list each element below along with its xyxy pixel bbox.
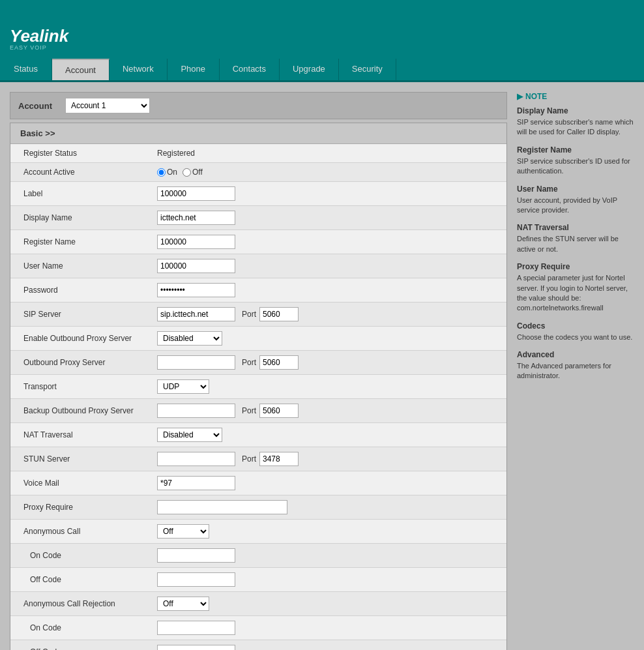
radio-on[interactable] (157, 168, 166, 177)
password-input[interactable] (157, 283, 235, 297)
value-voice-mail (154, 474, 506, 492)
row-reject-on-code: On Code (10, 616, 506, 640)
row-password: Password (10, 278, 506, 303)
reject-on-code-input[interactable] (157, 621, 235, 635)
value-user-name (154, 257, 506, 275)
value-anon-off-code (154, 570, 506, 589)
nat-traversal-select[interactable]: Disabled Enabled (157, 428, 222, 442)
voice-mail-input[interactable] (157, 476, 235, 490)
value-account-active: On Off (154, 166, 506, 179)
label-input[interactable] (157, 186, 235, 201)
row-anon-on-code: On Code (10, 544, 506, 568)
note-advanced: Advanced The Advanced parameters for adm… (517, 350, 634, 381)
register-status-text: Registered (157, 149, 195, 158)
port-label-sip: Port (242, 310, 256, 319)
value-anon-rejection: Off On (154, 595, 506, 613)
value-anon-on-code (154, 546, 506, 565)
value-transport: UDP TCP TLS (154, 377, 506, 396)
logo: Yealink EASY VOIP (10, 27, 68, 51)
label-transport: Transport (10, 380, 154, 393)
label-anonymous-call: Anonymous Call (10, 525, 154, 538)
radio-off-label[interactable]: Off (183, 168, 203, 177)
radio-off[interactable] (183, 168, 191, 177)
row-label: Label (10, 182, 506, 206)
nav-phone[interactable]: Phone (168, 59, 220, 80)
note-advanced-title: Advanced (517, 350, 634, 359)
anonymous-call-select[interactable]: Off On (157, 524, 209, 539)
note-user-name-text: User account, provided by VoIP service p… (517, 196, 634, 216)
stun-server-port-input[interactable] (259, 452, 299, 466)
user-name-input[interactable] (157, 259, 235, 273)
sip-server-port-input[interactable] (259, 307, 299, 321)
row-account-active: Account Active On Off (10, 163, 506, 182)
row-display-name: Display Name (10, 206, 506, 230)
label-label: Label (10, 187, 154, 200)
note-user-name: User Name User account, provided by VoIP… (517, 185, 634, 216)
nav-security[interactable]: Security (339, 59, 396, 80)
backup-outbound-input[interactable] (157, 404, 235, 418)
stun-server-input[interactable] (157, 452, 235, 466)
note-proxy-require-text: A special parameter just for Nortel serv… (517, 273, 634, 314)
note-codecs-title: Codecs (517, 321, 634, 331)
anon-off-code-input[interactable] (157, 572, 235, 587)
row-stun-server: STUN Server Port (10, 447, 506, 471)
display-name-input[interactable] (157, 211, 235, 225)
sip-server-input[interactable] (157, 307, 235, 321)
label-register-name: Register Name (10, 235, 154, 248)
logo-name: Yealink (10, 27, 68, 44)
label-proxy-require: Proxy Require (10, 501, 154, 514)
value-anonymous-call: Off On (154, 522, 506, 540)
sidebar: ▶ NOTE Display Name SIP service subscrib… (517, 92, 634, 650)
label-anon-on-code: On Code (10, 549, 154, 562)
row-enable-outbound: Enable Outbound Proxy Server Disabled En… (10, 327, 506, 351)
outbound-proxy-input[interactable] (157, 355, 235, 370)
value-reject-on-code (154, 619, 506, 637)
note-arrow-icon: ▶ (517, 92, 523, 101)
nav-network[interactable]: Network (110, 59, 168, 80)
nav-account[interactable]: Account (52, 59, 110, 80)
label-user-name: User Name (10, 259, 154, 273)
label-enable-outbound: Enable Outbound Proxy Server (10, 332, 154, 345)
backup-outbound-port-input[interactable] (259, 404, 299, 418)
port-label-backup: Port (242, 406, 256, 415)
navigation: Status Account Network Phone Contacts Up… (0, 59, 644, 82)
radio-on-label[interactable]: On (157, 168, 177, 177)
reject-off-code-input[interactable] (157, 645, 235, 650)
enable-outbound-select[interactable]: Disabled Enabled (157, 331, 222, 346)
value-reject-off-code (154, 643, 506, 650)
value-proxy-require (154, 498, 506, 516)
row-voice-mail: Voice Mail (10, 471, 506, 495)
nav-contacts[interactable]: Contacts (220, 59, 280, 80)
outbound-proxy-port-input[interactable] (259, 355, 299, 370)
value-nat-traversal: Disabled Enabled (154, 426, 506, 444)
value-backup-outbound: Port (154, 402, 506, 420)
row-nat-traversal: NAT Traversal Disabled Enabled (10, 423, 506, 447)
transport-select[interactable]: UDP TCP TLS (157, 379, 209, 394)
label-sip-server: SIP Server (10, 308, 154, 321)
proxy-require-input[interactable] (157, 500, 287, 514)
port-label-outbound: Port (242, 358, 256, 367)
row-backup-outbound: Backup Outbound Proxy Server Port (10, 399, 506, 423)
note-nat-traversal: NAT Traversal Defines the STUN server wi… (517, 223, 634, 254)
note-codecs-text: Choose the codecs you want to use. (517, 332, 634, 342)
row-anonymous-call: Anonymous Call Off On (10, 520, 506, 544)
note-header: ▶ NOTE (517, 92, 634, 101)
value-enable-outbound: Disabled Enabled (154, 329, 506, 347)
value-outbound-proxy: Port (154, 353, 506, 372)
anon-rejection-select[interactable]: Off On (157, 597, 209, 611)
register-name-input[interactable] (157, 235, 235, 249)
row-user-name: User Name (10, 254, 506, 278)
note-register-name-text: SIP service subscriber's ID used for aut… (517, 156, 634, 177)
label-backup-outbound: Backup Outbound Proxy Server (10, 404, 154, 417)
nav-upgrade[interactable]: Upgrade (280, 59, 339, 80)
row-reject-off-code: Off Code (10, 640, 506, 650)
nav-status[interactable]: Status (0, 59, 52, 80)
row-transport: Transport UDP TCP TLS (10, 375, 506, 399)
account-active-radio-group: On Off (157, 168, 203, 177)
value-stun-server: Port (154, 450, 506, 468)
basic-section-header[interactable]: Basic >> (10, 123, 506, 144)
account-select[interactable]: Account 1 Account 2 Account 3 Account 4 … (65, 98, 150, 113)
anon-on-code-input[interactable] (157, 548, 235, 563)
row-anon-off-code: Off Code (10, 568, 506, 592)
form-container: Basic >> Register Status Registered Acco… (10, 123, 507, 650)
